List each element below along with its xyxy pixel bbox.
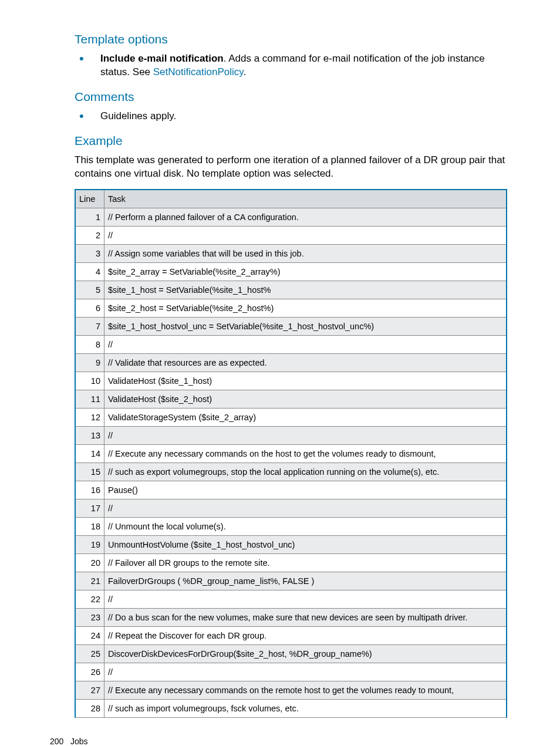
table-row: 8// — [75, 335, 507, 353]
task-cell: // Validate that resources are as expect… — [104, 353, 507, 372]
task-cell: // Execute any necessary commands on the… — [104, 681, 507, 699]
task-cell: // — [104, 663, 507, 681]
line-cell: 12 — [75, 408, 104, 426]
table-row: 24// Repeat the Discover for each DR gro… — [75, 626, 507, 644]
task-cell: FailoverDrGroups ( %DR_group_name_list%,… — [104, 572, 507, 590]
table-row: 5$site_1_host = SetVariable(%site_1_host… — [75, 281, 507, 299]
template-options-bullet: Include e-mail notification. Adds a comm… — [75, 52, 507, 79]
table-row: 25DiscoverDiskDevicesForDrGroup($site_2_… — [75, 644, 507, 663]
task-cell: // Assign some variables that will be us… — [104, 244, 507, 262]
line-cell: 24 — [75, 626, 104, 644]
table-header-line: Line — [75, 190, 104, 208]
table-row: 3// Assign some variables that will be u… — [75, 244, 507, 262]
line-cell: 21 — [75, 572, 104, 590]
line-cell: 9 — [75, 353, 104, 372]
line-cell: 19 — [75, 535, 104, 553]
line-cell: 20 — [75, 553, 104, 572]
line-cell: 1 — [75, 208, 104, 226]
footer-section: Jobs — [70, 737, 88, 746]
table-row: 1// Perform a planned failover of a CA c… — [75, 208, 507, 226]
table-row: 6$site_2_host = SetVariable(%site_2_host… — [75, 299, 507, 317]
task-cell: // such as import volumegroups, fsck vol… — [104, 699, 507, 717]
table-row: 7$site_1_host_hostvol_unc = SetVariable(… — [75, 317, 507, 335]
comments-heading: Comments — [75, 90, 507, 104]
task-cell: ValidateStorageSystem ($site_2_array) — [104, 408, 507, 426]
task-cell: // — [104, 590, 507, 608]
task-cell: // Do a bus scan for the new volumes, ma… — [104, 608, 507, 626]
line-cell: 7 — [75, 317, 104, 335]
table-row: 22// — [75, 590, 507, 608]
table-row: 26// — [75, 663, 507, 681]
task-cell: // Execute any necessary commands on the… — [104, 444, 507, 463]
line-cell: 13 — [75, 426, 104, 444]
task-cell: // Repeat the Discover for each DR group… — [104, 626, 507, 644]
task-table: Line Task 1// Perform a planned failover… — [75, 189, 507, 718]
bullet-bold-label: Include e-mail notification — [100, 53, 224, 64]
task-cell: // — [104, 426, 507, 444]
line-cell: 8 — [75, 335, 104, 353]
table-row: 20// Failover all DR groups to the remot… — [75, 553, 507, 572]
page-footer: 200 Jobs — [50, 737, 507, 746]
task-cell: // — [104, 226, 507, 244]
task-cell: $site_2_host = SetVariable(%site_2_host%… — [104, 299, 507, 317]
bullet-text-2: . — [243, 66, 246, 77]
line-cell: 16 — [75, 481, 104, 499]
line-cell: 2 — [75, 226, 104, 244]
line-cell: 17 — [75, 499, 104, 517]
line-cell: 14 — [75, 444, 104, 463]
line-cell: 11 — [75, 390, 104, 408]
table-header-task: Task — [104, 190, 507, 208]
comments-bullet: Guidelines apply. — [75, 110, 507, 123]
line-cell: 18 — [75, 517, 104, 535]
table-row: 21FailoverDrGroups ( %DR_group_name_list… — [75, 572, 507, 590]
table-row: 11ValidateHost ($site_2_host) — [75, 390, 507, 408]
table-row: 15// such as export volumegroups, stop t… — [75, 463, 507, 481]
line-cell: 26 — [75, 663, 104, 681]
task-cell: Pause() — [104, 481, 507, 499]
table-row: 18// Unmount the local volume(s). — [75, 517, 507, 535]
table-row: 2// — [75, 226, 507, 244]
task-cell: // Perform a planned failover of a CA co… — [104, 208, 507, 226]
table-row: 4$site_2_array = SetVariable(%site_2_arr… — [75, 262, 507, 281]
task-cell: // — [104, 499, 507, 517]
line-cell: 27 — [75, 681, 104, 699]
task-cell: $site_1_host = SetVariable(%site_1_host% — [104, 281, 507, 299]
table-row: 27// Execute any necessary commands on t… — [75, 681, 507, 699]
line-cell: 10 — [75, 372, 104, 390]
line-cell: 28 — [75, 699, 104, 717]
example-body: This template was generated to perform o… — [75, 154, 507, 181]
table-row: 14// Execute any necessary commands on t… — [75, 444, 507, 463]
table-row: 12ValidateStorageSystem ($site_2_array) — [75, 408, 507, 426]
line-cell: 23 — [75, 608, 104, 626]
set-notification-policy-link[interactable]: SetNotificationPolicy — [153, 66, 244, 77]
task-cell: UnmountHostVolume ($site_1_host_hostvol_… — [104, 535, 507, 553]
task-cell: // — [104, 335, 507, 353]
table-row: 10ValidateHost ($site_1_host) — [75, 372, 507, 390]
table-row: 28// such as import volumegroups, fsck v… — [75, 699, 507, 717]
line-cell: 22 — [75, 590, 104, 608]
table-row: 19UnmountHostVolume ($site_1_host_hostvo… — [75, 535, 507, 553]
table-row: 9// Validate that resources are as expec… — [75, 353, 507, 372]
line-cell: 3 — [75, 244, 104, 262]
line-cell: 6 — [75, 299, 104, 317]
line-cell: 5 — [75, 281, 104, 299]
task-cell: // Failover all DR groups to the remote … — [104, 553, 507, 572]
example-heading: Example — [75, 134, 507, 148]
task-cell: // such as export volumegroups, stop the… — [104, 463, 507, 481]
page-number: 200 — [50, 737, 63, 746]
table-row: 23// Do a bus scan for the new volumes, … — [75, 608, 507, 626]
table-row: 13// — [75, 426, 507, 444]
task-cell: ValidateHost ($site_2_host) — [104, 390, 507, 408]
line-cell: 25 — [75, 644, 104, 663]
template-options-heading: Template options — [75, 32, 507, 46]
task-cell: ValidateHost ($site_1_host) — [104, 372, 507, 390]
line-cell: 15 — [75, 463, 104, 481]
task-cell: // Unmount the local volume(s). — [104, 517, 507, 535]
line-cell: 4 — [75, 262, 104, 281]
task-cell: $site_2_array = SetVariable(%site_2_arra… — [104, 262, 507, 281]
task-cell: DiscoverDiskDevicesForDrGroup($site_2_ho… — [104, 644, 507, 663]
table-row: 16Pause() — [75, 481, 507, 499]
table-row: 17// — [75, 499, 507, 517]
task-cell: $site_1_host_hostvol_unc = SetVariable(%… — [104, 317, 507, 335]
